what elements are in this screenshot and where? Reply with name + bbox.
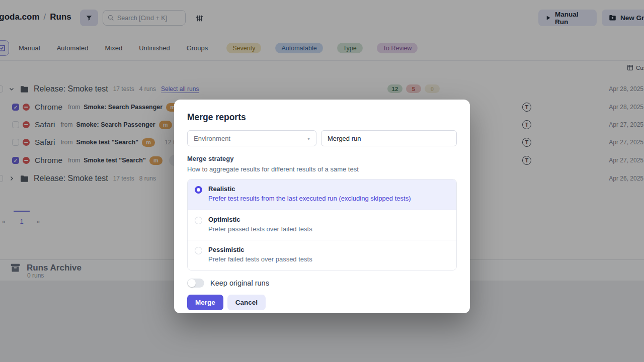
option-description: Prefer test results from the last execut… [208, 195, 411, 202]
keep-original-runs-label: Keep original runs [210, 279, 269, 287]
merge-reports-modal: Merge reports Environment ▾ Merge strate… [174, 100, 470, 313]
chevron-down-icon: ▾ [307, 136, 310, 141]
merged-run-name-input[interactable] [321, 130, 457, 146]
environment-select[interactable]: Environment ▾ [187, 130, 316, 146]
radio-unselected[interactable] [195, 217, 202, 224]
option-name: Realistic [208, 185, 411, 193]
option-pessimistic[interactable]: Pessimistic Prefer failed tests over pas… [188, 240, 456, 270]
radio-selected[interactable] [195, 186, 202, 194]
option-optimistic[interactable]: Optimistic Prefer passed tests over fail… [188, 210, 456, 240]
option-description: Prefer failed tests over passed tests [208, 255, 312, 263]
merge-button[interactable]: Merge [187, 295, 223, 310]
runs-page: Agoda.com / Runs Manual Run New Group [0, 0, 644, 362]
merge-strategy-description: How to aggregate results for different r… [187, 165, 457, 173]
cancel-button[interactable]: Cancel [227, 295, 266, 310]
option-realistic[interactable]: Realistic Prefer test results from the l… [188, 179, 456, 210]
merge-strategy-options: Realistic Prefer test results from the l… [187, 179, 457, 270]
option-name: Pessimistic [208, 246, 312, 253]
keep-original-runs-toggle[interactable] [187, 279, 204, 288]
option-name: Optimistic [208, 216, 312, 223]
environment-select-value: Environment [194, 135, 230, 142]
radio-unselected[interactable] [195, 247, 202, 254]
toggle-knob [188, 279, 196, 287]
option-description: Prefer passed tests over failed tests [208, 225, 312, 233]
modal-title: Merge reports [187, 112, 457, 123]
merge-strategy-label: Merge strategy [187, 155, 457, 162]
